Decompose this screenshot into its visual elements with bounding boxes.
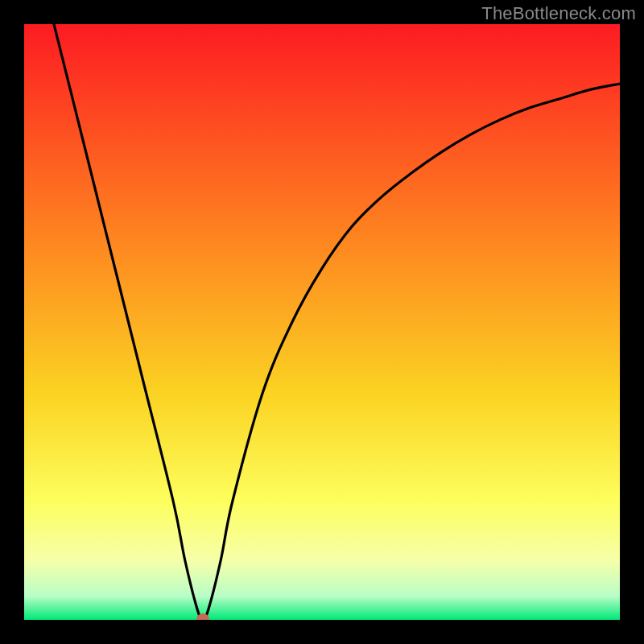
watermark-text: TheBottleneck.com: [481, 3, 636, 24]
gradient-background: [24, 24, 620, 620]
chart-plot-area: [24, 24, 620, 620]
chart-svg: [24, 24, 620, 620]
